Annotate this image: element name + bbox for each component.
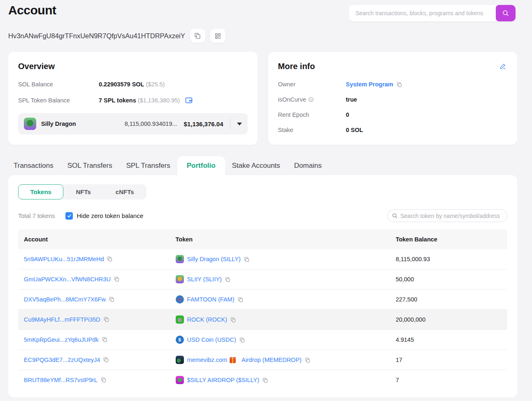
account-link[interactable]: EC9PQG3dE7...2zUQxteyJ4 xyxy=(24,357,100,363)
spl-balance-label: SPL Token Balance xyxy=(18,97,99,104)
overview-card: Overview SOL Balance 0.22903579 SOL($25.… xyxy=(8,52,258,145)
edit-button[interactable] xyxy=(499,62,507,72)
pencil-icon xyxy=(499,63,506,70)
token-table: Account Token Token Balance 5n9AWPLUKu..… xyxy=(18,229,507,390)
tab-sol-transfers[interactable]: SOL Transfers xyxy=(60,156,119,175)
rent-epoch-row: Rent Epoch 0 xyxy=(278,111,508,118)
stake-row: Stake 0 SOL xyxy=(278,127,508,133)
copy-account-button[interactable] xyxy=(103,357,109,363)
token-list-controls: Total 7 tokens Hide zero token balance xyxy=(18,209,507,222)
gift-icon xyxy=(230,357,236,363)
wallet-icon[interactable] xyxy=(185,96,193,104)
tab-portfolio[interactable]: Portfolio xyxy=(177,156,225,175)
copy-address-button[interactable] xyxy=(190,29,205,43)
col-token-balance: Token Balance xyxy=(390,229,507,249)
spl-balance-value: 7 SPL tokens($1,136,380.95) xyxy=(99,97,180,104)
copy-account-button[interactable] xyxy=(102,336,108,343)
overview-title: Overview xyxy=(18,62,248,71)
copy-token-button[interactable] xyxy=(304,357,311,363)
page-title: Account xyxy=(8,3,56,17)
copy-token-button[interactable] xyxy=(239,337,245,343)
portfolio-sub-tabs: Tokens NFTs cNFTs xyxy=(18,184,146,199)
copy-account-button[interactable] xyxy=(109,296,115,302)
account-address: Hv3nANwFgU84grTFnxUeN9R7QfpVsAu41HTDRPAx… xyxy=(8,32,185,40)
account-link[interactable]: Cu9MAyHFLf...mFFFTPi35D xyxy=(24,316,100,323)
info-icon[interactable] xyxy=(308,97,314,102)
table-row-highlighted: Cu9MAyHFLf...mFFFTPi35D ROCK (ROCK) 20,0… xyxy=(18,309,507,329)
col-token: Token xyxy=(170,229,390,249)
sub-tab-cnfts[interactable]: cNFTs xyxy=(103,184,146,199)
copy-icon xyxy=(194,32,201,39)
hide-zero-balance-toggle[interactable]: Hide zero token balance xyxy=(65,212,143,220)
copy-token-button[interactable] xyxy=(244,256,250,262)
table-row: BRUT88eYMf...RS7vstP9rL $SILLY AIRDROP (… xyxy=(18,370,507,390)
account-link[interactable]: GmUaPWCKXn...VfWN8CHR3U xyxy=(24,276,111,283)
table-row: GmUaPWCKXn...VfWN8CHR3U SLIIY (SLIIY) 50… xyxy=(18,269,507,289)
sol-balance-row: SOL Balance 0.22903579 SOL($25.5) xyxy=(18,81,248,88)
more-info-header: More info xyxy=(278,62,508,81)
selected-token-amount: 8,115,000.934019... xyxy=(125,121,177,127)
sol-balance-value: 0.22903579 SOL($25.5) xyxy=(99,81,165,88)
copy-account-button[interactable] xyxy=(107,256,113,262)
token-balance: 17 xyxy=(390,350,507,370)
tab-spl-transfers[interactable]: SPL Transfers xyxy=(119,156,177,175)
tab-stake-accounts[interactable]: Stake Accounts xyxy=(225,156,287,175)
ssilly-token-icon xyxy=(176,376,184,384)
token-link[interactable]: FAMTOON (FAM) xyxy=(187,296,235,303)
token-balance: 50,000 xyxy=(390,269,507,289)
qr-code-icon xyxy=(214,32,221,39)
search-icon xyxy=(502,9,509,17)
search-button[interactable] xyxy=(496,5,516,21)
selected-token-name: Silly Dragon xyxy=(41,121,76,127)
more-info-title: More info xyxy=(278,62,315,71)
account-link[interactable]: DXV5aqBePh...8MCmY7X6Fw xyxy=(24,296,106,303)
silly-dragon-token-icon xyxy=(176,255,184,263)
more-info-card: More info Owner System Program isOnCurve… xyxy=(268,52,518,145)
token-link[interactable]: USD Coin (USDC) xyxy=(187,336,236,343)
tab-transactions[interactable]: Transactions xyxy=(7,156,60,175)
global-search-input[interactable] xyxy=(349,10,496,16)
copy-account-button[interactable] xyxy=(114,276,120,282)
token-link[interactable]: memevibz.com xyxy=(187,357,228,363)
copy-token-button[interactable] xyxy=(262,377,268,383)
checkmark-icon xyxy=(67,213,72,218)
account-link[interactable]: 5mKpRpGeui...zYq6uJUPdk xyxy=(24,336,99,343)
copy-icon xyxy=(230,317,236,323)
qr-code-button[interactable] xyxy=(210,29,225,43)
copy-account-button[interactable] xyxy=(100,377,107,383)
token-balance: 227,500 xyxy=(390,289,507,309)
copy-token-button[interactable] xyxy=(230,317,236,323)
memedrop-token-icon xyxy=(176,356,184,364)
token-search-input[interactable] xyxy=(400,213,503,219)
copy-icon xyxy=(396,81,402,88)
token-link[interactable]: Silly Dragon (SILLY) xyxy=(187,256,241,262)
rock-token-icon xyxy=(176,315,184,324)
copy-account-button[interactable] xyxy=(103,316,109,322)
token-selector-dropdown[interactable]: Silly Dragon 8,115,000.934019... $1,136,… xyxy=(18,113,248,134)
copy-token-button[interactable] xyxy=(237,297,244,303)
tab-domains[interactable]: Domains xyxy=(287,156,329,175)
token-link-2[interactable]: Airdrop (MEMEDROP) xyxy=(242,357,302,363)
hide-zero-balance-label: Hide zero token balance xyxy=(77,212,143,219)
owner-link[interactable]: System Program xyxy=(346,81,393,88)
token-balance: 7 xyxy=(390,370,507,390)
isoncurve-value: true xyxy=(346,96,357,103)
checkbox-checked[interactable] xyxy=(65,212,73,220)
copy-icon xyxy=(225,276,231,283)
sub-tab-nfts[interactable]: NFTs xyxy=(63,184,103,199)
sol-balance-label: SOL Balance xyxy=(18,81,99,88)
spl-balance-row: SPL Token Balance 7 SPL tokens($1,136,38… xyxy=(18,96,248,104)
copy-token-button[interactable] xyxy=(225,276,231,283)
col-account: Account xyxy=(18,229,170,249)
token-link[interactable]: ROCK (ROCK) xyxy=(187,316,227,323)
global-search xyxy=(349,5,516,21)
account-link[interactable]: 5n9AWPLUKu...51rJMRMeHd xyxy=(24,256,104,262)
token-link[interactable]: SLIIY (SLIIY) xyxy=(187,276,222,283)
copy-icon xyxy=(262,377,268,383)
sub-tab-tokens[interactable]: Tokens xyxy=(18,184,63,199)
copy-owner-button[interactable] xyxy=(396,81,402,88)
chevron-down-icon[interactable] xyxy=(237,123,242,125)
account-link[interactable]: BRUT88eYMf...RS7vstP9rL xyxy=(24,377,98,383)
token-link[interactable]: $SILLY AIRDROP ($SILLY) xyxy=(187,377,259,383)
selected-token-usd: $1,136,376.04 xyxy=(184,121,223,127)
